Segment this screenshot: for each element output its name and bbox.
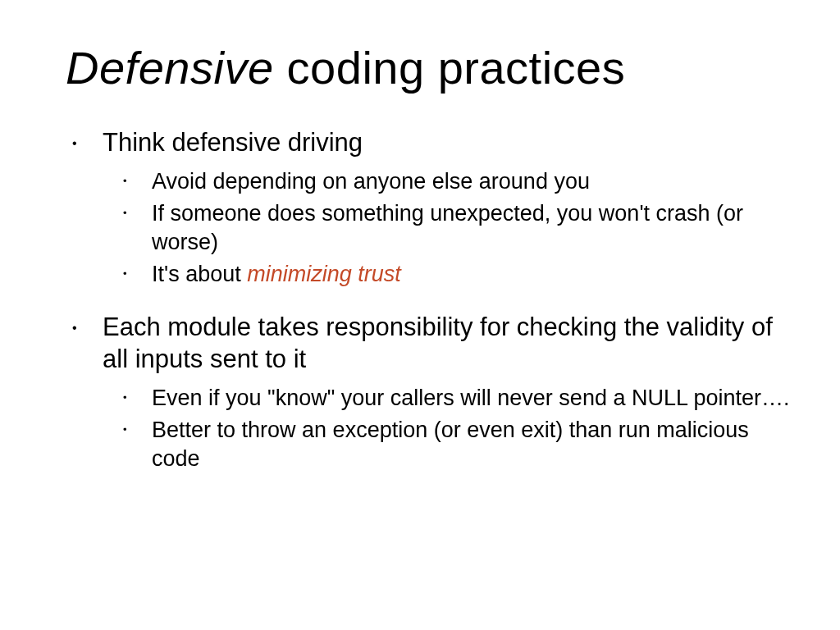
list-item: Even if you "know" your callers will nev… [111,384,799,413]
bullet-text: Think defensive driving [103,128,363,157]
list-item: Each module takes responsibility for che… [66,312,799,473]
slide-title: Defensive coding practices [66,41,799,94]
bullet-text: Each module takes responsibility for che… [103,313,773,373]
bullet-text: Better to throw an exception (or even ex… [152,418,749,471]
slide: Defensive coding practices Think defensi… [0,0,840,630]
bullet-text-prefix: It's about [152,262,247,286]
bullet-text: If someone does something unexpected, yo… [152,201,743,254]
bullet-text: Even if you "know" your callers will nev… [152,386,790,410]
highlighted-phrase: minimizing trust [247,262,401,286]
title-italic-word: Defensive [66,42,274,94]
list-item: Avoid depending on anyone else around yo… [111,167,799,196]
list-item: It's about minimizing trust [111,260,799,289]
sub-bullet-list: Avoid depending on anyone else around yo… [111,167,799,289]
list-item: If someone does something unexpected, yo… [111,199,799,257]
bullet-text: Avoid depending on anyone else around yo… [152,169,590,194]
list-item: Think defensive driving Avoid depending … [66,127,799,289]
bullet-list: Think defensive driving Avoid depending … [66,127,799,473]
title-rest: coding practices [274,42,626,94]
list-item: Better to throw an exception (or even ex… [111,416,799,473]
sub-bullet-list: Even if you "know" your callers will nev… [111,384,799,473]
